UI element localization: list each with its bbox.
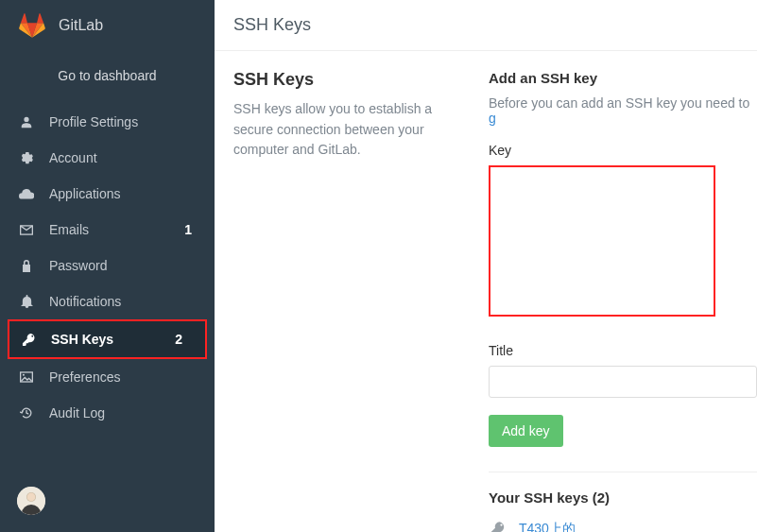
sidebar-item-label: Audit Log bbox=[49, 405, 196, 420]
helper-text: Before you can add an SSH key you need t… bbox=[489, 95, 757, 126]
brand-header[interactable]: GitLab bbox=[0, 0, 215, 51]
svg-point-2 bbox=[23, 374, 25, 376]
sidebar: GitLab Go to dashboard Profile Settings … bbox=[0, 0, 215, 532]
section-heading: SSH Keys bbox=[233, 70, 460, 90]
divider bbox=[489, 472, 757, 472]
image-icon bbox=[19, 369, 34, 385]
sidebar-item-profile-settings[interactable]: Profile Settings bbox=[0, 104, 215, 140]
go-to-dashboard-link[interactable]: Go to dashboard bbox=[0, 51, 215, 104]
description-column: SSH Keys SSH keys allow you to establish… bbox=[233, 70, 460, 532]
sidebar-item-label: Account bbox=[49, 150, 196, 165]
gear-icon bbox=[19, 150, 34, 165]
sidebar-item-label: Password bbox=[49, 258, 196, 273]
add-key-heading: Add an SSH key bbox=[489, 70, 757, 86]
section-description: SSH keys allow you to establish a secure… bbox=[233, 99, 460, 161]
sidebar-item-label: Applications bbox=[49, 186, 196, 201]
title-field-label: Title bbox=[489, 343, 757, 358]
add-key-button[interactable]: Add key bbox=[489, 415, 563, 447]
brand-name: GitLab bbox=[59, 17, 103, 34]
sidebar-nav: Profile Settings Account Applications Em… bbox=[0, 104, 215, 431]
sidebar-item-label: SSH Keys bbox=[51, 332, 160, 347]
sidebar-item-label: Emails bbox=[49, 222, 169, 237]
key-field-label: Key bbox=[489, 143, 757, 158]
sidebar-item-preferences[interactable]: Preferences bbox=[0, 359, 215, 395]
sidebar-item-applications[interactable]: Applications bbox=[0, 176, 215, 212]
key-icon bbox=[21, 332, 36, 347]
sidebar-item-label: Profile Settings bbox=[49, 114, 196, 129]
sidebar-item-emails[interactable]: Emails 1 bbox=[0, 212, 215, 248]
svg-point-6 bbox=[27, 493, 36, 502]
lock-icon bbox=[19, 258, 34, 273]
form-column: Add an SSH key Before you can add an SSH… bbox=[489, 70, 757, 532]
sidebar-badge: 2 bbox=[175, 332, 186, 347]
key-icon bbox=[489, 521, 506, 532]
helper-link[interactable]: g bbox=[489, 111, 496, 126]
sidebar-item-ssh-keys[interactable]: SSH Keys 2 bbox=[9, 321, 205, 357]
user-avatar-area[interactable] bbox=[0, 470, 215, 532]
sidebar-item-audit-log[interactable]: Audit Log bbox=[0, 395, 215, 431]
cloud-icon bbox=[19, 186, 34, 201]
sidebar-item-password[interactable]: Password bbox=[0, 248, 215, 283]
page-title: SSH Keys bbox=[215, 0, 757, 51]
bell-icon bbox=[19, 294, 34, 309]
sidebar-item-label: Preferences bbox=[49, 369, 196, 385]
main-area: SSH Keys SSH Keys SSH keys allow you to … bbox=[215, 0, 757, 532]
envelope-icon bbox=[19, 222, 34, 237]
ssh-key-item[interactable]: T430上的 bbox=[489, 521, 757, 532]
key-textarea[interactable] bbox=[489, 165, 715, 317]
ssh-key-name[interactable]: T430上的 bbox=[519, 521, 576, 532]
helper-text-pre: Before you can add an SSH key you need t… bbox=[489, 95, 749, 111]
your-keys-heading: Your SSH keys (2) bbox=[489, 489, 757, 506]
sidebar-item-account[interactable]: Account bbox=[0, 140, 215, 176]
highlight-annotation: SSH Keys 2 bbox=[8, 319, 207, 359]
gitlab-logo-icon bbox=[19, 13, 45, 38]
sidebar-item-label: Notifications bbox=[49, 294, 196, 309]
user-icon bbox=[19, 114, 34, 129]
title-input[interactable] bbox=[489, 366, 757, 398]
content: SSH Keys SSH keys allow you to establish… bbox=[215, 51, 757, 532]
history-icon bbox=[19, 405, 34, 420]
sidebar-item-notifications[interactable]: Notifications bbox=[0, 283, 215, 319]
sidebar-badge: 1 bbox=[184, 222, 196, 237]
avatar bbox=[17, 487, 45, 515]
